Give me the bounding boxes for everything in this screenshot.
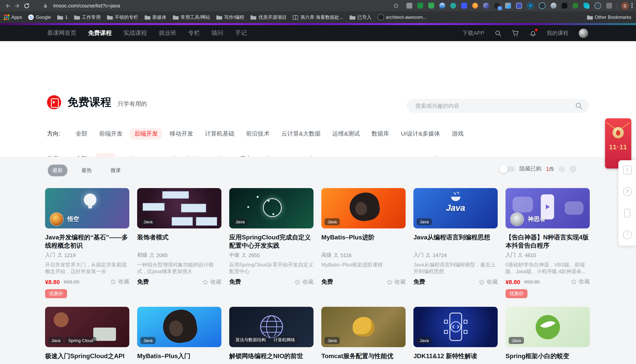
prev-page-button[interactable]: ‹ [558, 166, 565, 172]
bookmark-folder[interactable]: 1 [57, 14, 68, 20]
tab-hottest[interactable]: 最热 [77, 164, 96, 176]
bookmark-star-icon[interactable] [392, 1, 401, 10]
nav-item-qa[interactable]: 猿问 [212, 30, 223, 37]
extension-icon[interactable] [472, 3, 478, 8]
course-card[interactable]: Java 装饰者模式 初级 2085 一种组合型增强对象功能的设计模式，比jav… [137, 188, 222, 298]
extension-icon[interactable] [439, 3, 445, 8]
course-title[interactable]: 应用SpringCloud完成自定义配置中心开发实践 [229, 233, 314, 250]
direction-option-active[interactable]: 后端开发 [130, 128, 162, 140]
nav-item-career[interactable]: 就业班 [159, 30, 176, 37]
nav-item-home[interactable]: 慕课网首页 [47, 30, 76, 37]
bookmark-folder[interactable]: 写作/编程 [216, 14, 244, 20]
bookmark-google[interactable]: G Google [28, 14, 51, 20]
user-avatar[interactable] [579, 28, 588, 38]
course-thumbnail[interactable]: Java [321, 307, 406, 347]
nav-item-free-courses[interactable]: 免费课程 [88, 30, 112, 37]
course-title[interactable]: JDK11&12 新特性解读 [414, 352, 498, 364]
extension-icon[interactable] [428, 3, 434, 8]
extension-icon[interactable] [516, 3, 522, 8]
nav-item-practical[interactable]: 实战课程 [124, 30, 147, 37]
next-page-button[interactable]: › [570, 166, 576, 172]
extension-icon[interactable] [584, 3, 589, 8]
direction-option[interactable]: UI设计&多媒体 [396, 128, 444, 140]
extension-icon[interactable] [594, 2, 601, 9]
course-thumbnail[interactable]: Java [506, 307, 590, 347]
extension-icon[interactable] [450, 3, 456, 8]
notification-bell-icon[interactable] [530, 30, 536, 37]
course-thumbnail[interactable]: Java [137, 188, 222, 228]
course-thumbnail[interactable]: Java [137, 307, 222, 347]
bookmark-folder[interactable]: 不错的专栏 [107, 14, 138, 20]
extension-icon[interactable] [539, 2, 546, 9]
course-card[interactable]: 神思者 【告白神器】N种语言实现4版本抖音告白程序 入门 4615 0基础秒学告… [506, 188, 590, 298]
favorite-button[interactable]: 收藏 [294, 278, 314, 286]
course-card[interactable]: Java Java Java从编程语言到编程思想 入门 14724 Java从编… [414, 188, 498, 298]
direction-option[interactable]: 前沿技术 [242, 128, 274, 140]
direction-option[interactable]: 游戏 [448, 128, 468, 140]
course-title[interactable]: 极速入门SpringCloud之API [45, 352, 129, 364]
nav-item-notes[interactable]: 手记 [235, 30, 247, 37]
course-thumbnail[interactable]: Java Spring Cloud [45, 307, 129, 347]
extension-icon[interactable] [606, 3, 612, 8]
forward-icon[interactable] [12, 1, 22, 10]
cart-icon[interactable] [512, 30, 519, 37]
favorite-button[interactable]: 收藏 [386, 278, 406, 286]
extension-icon[interactable] [505, 3, 511, 8]
course-title[interactable]: Java从编程语言到编程思想 [414, 233, 498, 250]
course-card[interactable]: Java MyBatis–Plus进阶 高级 5116 MyBatis–Plus… [321, 188, 406, 298]
extension-icon[interactable]: 1 [494, 3, 500, 8]
course-thumbnail[interactable]: Java [414, 307, 498, 347]
my-courses-link[interactable]: 我的课程 [547, 30, 568, 37]
direction-option[interactable]: 数据库 [367, 128, 394, 140]
course-card[interactable]: 算法与数据结构 计算机网络 解锁网络编程之NIO的前世 [229, 307, 314, 364]
search-icon[interactable] [494, 30, 502, 37]
browser-profile-avatar[interactable]: S [621, 2, 629, 10]
history-icon[interactable] [623, 230, 632, 239]
extension-icon[interactable] [550, 3, 556, 8]
course-card[interactable]: 悟空 Java并发编程的“基石”——多线程概念初识 入门 1219 开启并发世界… [45, 188, 129, 298]
course-title[interactable]: MyBatis–Plus进阶 [321, 233, 406, 250]
course-title[interactable]: MyBatis–Plus入门 [137, 352, 222, 364]
course-thumbnail[interactable]: Java [229, 188, 314, 228]
nav-item-columns[interactable]: 专栏 [188, 30, 200, 37]
bookmark-folder[interactable]: 新媒体 [144, 14, 166, 20]
course-title[interactable]: Spring框架小白的蜕变 [506, 352, 590, 364]
favorite-button[interactable]: 收藏 [478, 278, 498, 286]
direction-option[interactable]: 计算机基础 [201, 128, 239, 140]
favorite-button[interactable]: 收藏 [110, 278, 129, 285]
extension-icon[interactable] [483, 3, 489, 8]
url-text[interactable]: imooc.com/course/list?c=java [53, 3, 120, 8]
bookmark-github[interactable]: architect-awesom... [378, 14, 427, 20]
browser-menu-icon[interactable]: ••• [631, 3, 633, 8]
course-thumbnail[interactable]: 悟空 [45, 188, 129, 228]
bookmark-folder[interactable]: 已导入 [350, 14, 372, 20]
course-search-box[interactable] [407, 99, 589, 113]
address-bar[interactable]: imooc.com/course/list?c=java [34, 1, 406, 10]
bookmark-folder[interactable]: 常用工具/网站 [173, 14, 210, 20]
course-thumbnail[interactable]: Java [321, 188, 406, 228]
course-card[interactable]: Java Tomcat服务配置与性能优 [321, 307, 406, 364]
reload-icon[interactable] [22, 1, 31, 10]
course-title[interactable]: Java并发编程的“基石”——多线程概念初识 [45, 233, 129, 250]
direction-option[interactable]: 运维&测试 [328, 128, 364, 140]
tab-microcourse[interactable]: 微课 [106, 164, 126, 176]
course-thumbnail[interactable]: Java Java [414, 188, 498, 228]
course-card[interactable]: Java JDK11&12 新特性解读 [414, 307, 498, 364]
extension-icon[interactable] [461, 3, 467, 8]
direction-option[interactable]: 云计算&大数据 [277, 128, 325, 140]
course-title[interactable]: 装饰者模式 [137, 233, 222, 250]
extension-icon[interactable] [562, 3, 568, 8]
bookmark-book[interactable]: 第六章 海量数据处... [293, 14, 343, 20]
course-card[interactable]: Java MyBatis–Plus入门 [137, 307, 222, 364]
hide-purchased-toggle[interactable] [500, 166, 515, 172]
direction-option[interactable]: 全部 [71, 128, 92, 140]
favorite-button[interactable]: 收藏 [570, 278, 590, 285]
bookmark-apps[interactable]: Apps [4, 14, 22, 20]
mobile-app-icon[interactable] [624, 209, 630, 218]
back-icon[interactable] [3, 1, 12, 10]
extension-icon[interactable] [527, 2, 534, 9]
course-title[interactable]: 【告白神器】N种语言实现4版本抖音告白程序 [506, 233, 590, 250]
tab-newest[interactable]: 最新 [48, 164, 68, 176]
course-card[interactable]: Java Spring Cloud 极速入门SpringCloud之API [45, 307, 129, 364]
feedback-icon[interactable]: ! [623, 166, 632, 174]
